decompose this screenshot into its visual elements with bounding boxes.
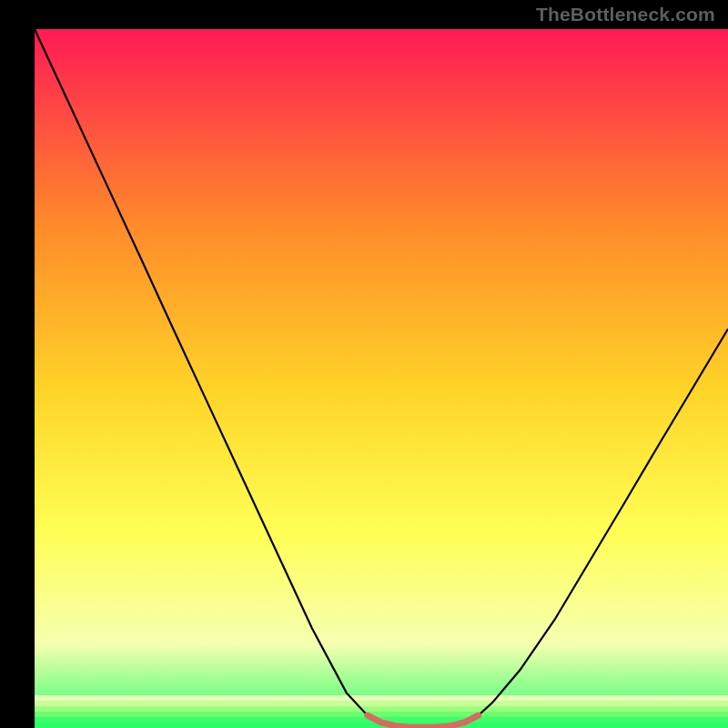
svg-rect-2 [35,706,728,712]
bottleneck-chart [0,0,728,728]
svg-rect-0 [35,695,728,701]
gradient-background [35,29,728,728]
chart-frame: { "watermark": "TheBottleneck.com", "col… [0,0,728,728]
svg-rect-3 [35,712,728,717]
svg-rect-1 [35,701,728,706]
watermark-text: TheBottleneck.com [536,4,715,25]
